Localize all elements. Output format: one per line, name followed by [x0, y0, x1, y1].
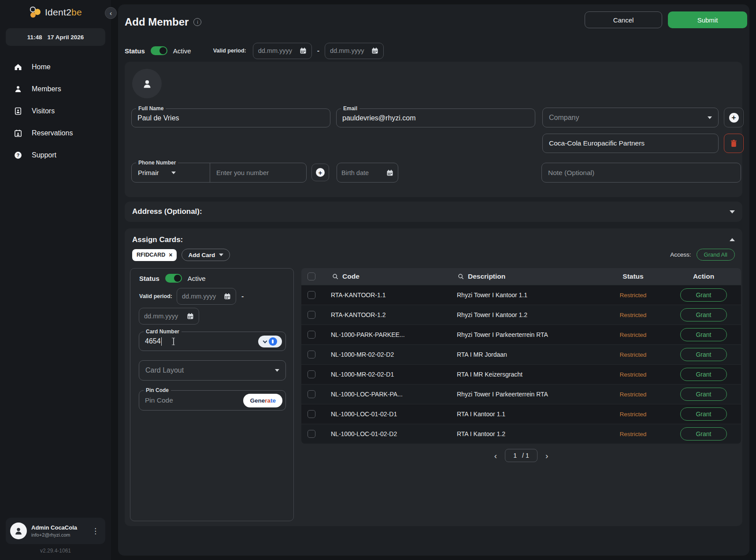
row-code: NL-1000-LOC-01-02-D2: [322, 430, 456, 437]
row-code: NL-1000-LOC-PARK-PA...: [322, 391, 456, 398]
grant-button[interactable]: Grant: [680, 407, 727, 421]
close-icon[interactable]: ×: [169, 252, 172, 258]
add-card-button[interactable]: Add Card: [182, 249, 230, 261]
calendar-icon: [224, 293, 231, 300]
row-checkbox[interactable]: [308, 351, 315, 358]
calendar-icon: [386, 169, 393, 176]
cancel-button[interactable]: Cancel: [585, 11, 662, 28]
full-name-field[interactable]: Full Name Paul de Vries: [131, 108, 330, 127]
grant-button[interactable]: Grant: [680, 328, 727, 341]
column-label: Description: [468, 273, 505, 280]
card-status-toggle[interactable]: [165, 274, 182, 283]
table-header: Code Description Status Action: [301, 268, 741, 285]
row-code: NL-1000-MR-02-02-D1: [322, 371, 456, 378]
row-checkbox[interactable]: [308, 331, 315, 339]
member-avatar-placeholder[interactable]: [132, 69, 162, 98]
table-row[interactable]: NL-1000-LOC-PARK-PA... Rhyzi Tower I Par…: [301, 384, 741, 404]
chevron-down-icon[interactable]: [730, 210, 735, 213]
company-value: Coca-Cola Europacific Partners: [549, 139, 645, 147]
add-phone-button[interactable]: +: [311, 164, 329, 181]
info-icon[interactable]: i: [193, 18, 201, 26]
note-field[interactable]: Note (Optional): [541, 163, 741, 183]
row-checkbox[interactable]: [308, 291, 315, 299]
plus-icon: +: [729, 113, 739, 123]
password-manager-badge[interactable]: [258, 336, 282, 347]
submit-button[interactable]: Submit: [668, 11, 747, 28]
rfidcard-chip[interactable]: RFIDCARD ×: [132, 249, 177, 261]
add-company-button[interactable]: +: [724, 108, 744, 127]
access-group: Access: Grand All: [670, 249, 735, 261]
row-description: RTA I Kantoor 1.1: [456, 411, 600, 418]
user-menu-kebab-icon[interactable]: ⋮: [90, 525, 101, 538]
row-checkbox[interactable]: [308, 311, 315, 319]
card-status-label: Status: [139, 275, 159, 282]
user-card[interactable]: Admin CocaCola info+2@rhyzi.com ⋮: [6, 518, 105, 544]
grant-button[interactable]: Grant: [680, 308, 727, 321]
sidebar-item-members[interactable]: Members: [0, 78, 111, 100]
grand-all-button[interactable]: Grand All: [697, 249, 735, 261]
grant-button[interactable]: Grant: [680, 388, 727, 401]
valid-period-end-input[interactable]: dd.mm.yyyy: [325, 43, 384, 59]
sidebar-nav: Home Members Visitors Reservations ? Sup…: [0, 56, 111, 166]
home-icon: [14, 63, 22, 71]
status-toggle[interactable]: [151, 46, 167, 55]
table-row[interactable]: NL-1000-LOC-01-02-D1 RTA I Kantoor 1.1 R…: [301, 404, 741, 424]
sidebar-item-home[interactable]: Home: [0, 56, 111, 78]
main-panel: Add Member i Cancel Submit Status Active…: [118, 4, 749, 556]
table-row[interactable]: NL-1000-MR-02-02-D2 RTA I MR Jordaan Res…: [301, 344, 741, 364]
grant-button[interactable]: Grant: [680, 288, 727, 302]
page-title-text: Add Member: [125, 16, 189, 28]
company-value-field[interactable]: Coca-Cola Europacific Partners: [542, 134, 719, 153]
card-layout-select[interactable]: Card Layout: [139, 360, 286, 381]
phone-type-value: Primair: [138, 169, 159, 176]
status-label: Status: [125, 47, 145, 55]
phone-type-select[interactable]: Primair: [132, 163, 210, 182]
chevron-down-icon: [275, 369, 279, 372]
select-all-checkbox[interactable]: [308, 273, 315, 280]
birth-date-field[interactable]: Birth date: [337, 163, 398, 183]
pin-code-field[interactable]: Pin Code Pin Code Generate: [139, 390, 286, 411]
add-card-label: Add Card: [188, 252, 215, 258]
sidebar-item-reservations[interactable]: Reservations: [0, 122, 111, 144]
card-valid-start-input[interactable]: dd.mm.yyyy: [177, 288, 236, 305]
address-section[interactable]: Address (Optional):: [125, 202, 742, 222]
grant-button[interactable]: Grant: [680, 368, 727, 381]
remove-company-button[interactable]: [724, 134, 744, 153]
column-header-description[interactable]: Description: [456, 273, 600, 280]
row-checkbox[interactable]: [308, 370, 315, 378]
email-field[interactable]: Email pauldevries@rhyzi.com: [336, 108, 535, 127]
phone-number-input[interactable]: Enter you number: [210, 163, 306, 182]
company-select[interactable]: Company: [542, 108, 719, 127]
row-code: NL-1000-PARK-PARKEE...: [322, 331, 456, 338]
sidebar-item-label: Visitors: [32, 107, 55, 115]
table-row[interactable]: NL-1000-MR-02-02-D1 RTA I MR Keizersgrac…: [301, 364, 741, 384]
card-valid-end-input[interactable]: dd.mm.yyyy: [139, 308, 199, 325]
chip-label: RFIDCARD: [137, 252, 165, 258]
row-description: RTA I MR Jordaan: [456, 351, 600, 358]
next-page-icon[interactable]: ›: [545, 452, 548, 460]
chevron-down-icon: [263, 339, 267, 343]
valid-period-start-input[interactable]: dd.mm.yyyy: [253, 43, 312, 59]
row-description: Rhyzi Tower I Parkeerterrein RTA: [456, 331, 600, 338]
column-header-code[interactable]: Code: [322, 273, 456, 280]
sidebar-item-support[interactable]: ? Support: [0, 144, 111, 166]
generate-pin-button[interactable]: Generate: [243, 394, 282, 407]
row-checkbox[interactable]: [308, 430, 315, 438]
row-checkbox[interactable]: [308, 390, 315, 398]
table-row[interactable]: NL-1000-PARK-PARKEE... Rhyzi Tower I Par…: [301, 325, 741, 344]
chevron-up-icon[interactable]: [730, 238, 735, 241]
card-layout-placeholder: Card Layout: [145, 366, 184, 374]
sidebar-item-visitors[interactable]: Visitors: [0, 100, 111, 122]
row-checkbox[interactable]: [308, 410, 315, 418]
brand-logo-text: Ident2be: [45, 7, 82, 18]
grant-button[interactable]: Grant: [680, 427, 727, 441]
table-row[interactable]: RTA-KANTOOR-1.2 Rhyzi Tower I Kantoor 1.…: [301, 305, 741, 325]
card-number-field[interactable]: Card Number 4654: [139, 332, 286, 351]
table-row[interactable]: RTA-KANTOOR-1.1 Rhyzi Tower I Kantoor 1.…: [301, 285, 741, 305]
previous-page-icon[interactable]: ‹: [494, 452, 497, 460]
table-row[interactable]: NL-1000-LOC-01-02-D2 RTA I Kantoor 1.2 R…: [301, 424, 741, 444]
row-description: Rhyzi Tower I Parkeerterrein RTA: [456, 391, 600, 398]
birth-date-placeholder: Birth date: [341, 169, 369, 176]
grant-button[interactable]: Grant: [680, 348, 727, 361]
sidebar-collapse-button[interactable]: ‹: [105, 7, 117, 19]
